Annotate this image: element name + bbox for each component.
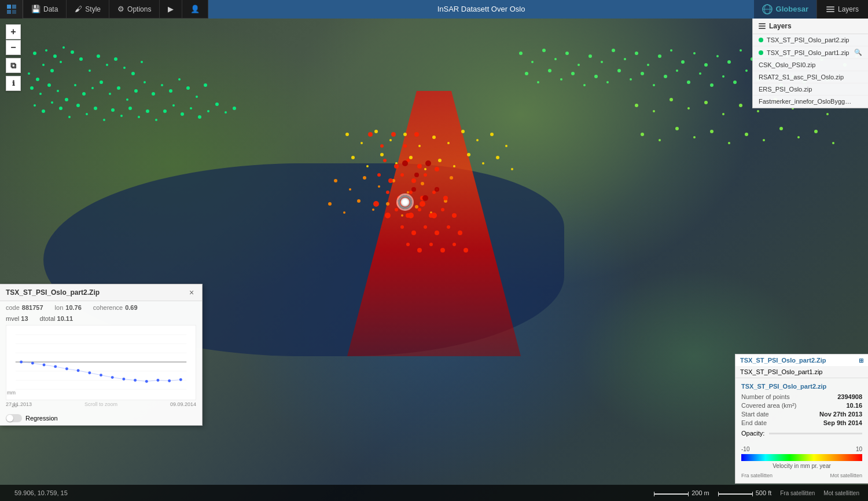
chart-x-start: 27.11.2013 xyxy=(6,401,32,407)
zoom-out-button[interactable]: − xyxy=(6,40,21,55)
layer-label-fastmerker: Fastmerker_innefor_OsloBygg… xyxy=(759,98,851,105)
layer-item-fastmerker[interactable]: Fastmerker_innefor_OsloBygg… xyxy=(753,96,868,108)
svg-rect-247 xyxy=(759,23,766,24)
chart-scroll-hint: Scroll to zoom xyxy=(84,401,117,407)
info-end-label: End date xyxy=(741,419,767,426)
info-layer-tabs: TSX_ST_PSI_Oslo_part2.Zip ⊞ TSX_ST_PSI_O… xyxy=(735,354,868,378)
layer-search-icon[interactable]: 🔍 xyxy=(854,49,862,56)
layer-item-csk[interactable]: CSK_Oslo_PSI0.zip xyxy=(753,59,868,71)
nav-options[interactable]: ⚙ Options xyxy=(109,0,160,19)
layers-panel: Layers TSX_ST_PSI_Oslo_part2.zip TSX_ST_… xyxy=(752,19,868,108)
info-row-start: Start date Nov 27th 2013 xyxy=(741,411,862,418)
direction-from: Fra satellitten xyxy=(741,473,773,478)
info-tab-tsx-part2[interactable]: TSX_ST_PSI_Oslo_part2.Zip ⊞ xyxy=(735,354,868,366)
color-bar-min: -10 xyxy=(741,446,749,452)
info-start-value: Nov 27th 2013 xyxy=(819,411,862,418)
layers-panel-title: Layers xyxy=(769,22,792,30)
regression-toggle[interactable]: Regression xyxy=(0,411,202,425)
scale-500ft-label: 500 ft xyxy=(756,489,772,496)
zoom-in-button[interactable]: + xyxy=(6,24,21,39)
layer-label-ers: ERS_PSI_Oslo.zip xyxy=(759,86,812,93)
chart-area[interactable]: -20-15-10-5 05101520 xyxy=(0,325,202,411)
color-bar-max: 10 xyxy=(856,446,862,452)
opacity-slider[interactable] xyxy=(769,433,862,434)
chart-container[interactable] xyxy=(6,325,196,400)
satellite-from-label: Fra satellitten xyxy=(780,490,815,496)
svg-rect-1 xyxy=(12,5,16,9)
nav-profile[interactable]: 👤 xyxy=(182,0,208,19)
info-button[interactable]: ℹ xyxy=(6,76,21,91)
nav-share[interactable]: ▶ xyxy=(160,0,182,19)
toggle-knob xyxy=(6,415,13,422)
direction-to: Mot satellitten xyxy=(830,473,862,478)
data-icon: 💾 xyxy=(31,5,41,13)
svg-rect-0 xyxy=(7,5,11,9)
chart-x-labels: 27.11.2013 Scroll to zoom 09.09.2014 xyxy=(6,400,196,408)
info-tab-label-tsx-part1: TSX_ST_PSI_Oslo_part1.zip xyxy=(740,368,822,375)
info-selected-layer: TSX_ST_PSI_Oslo_part2.zip xyxy=(741,383,862,390)
popup-lon-value: 10.76 xyxy=(65,304,82,311)
layer-item-tsx-part2[interactable]: TSX_ST_PSI_Oslo_part2.zip xyxy=(753,34,868,46)
layers-button[interactable]: Layers xyxy=(816,0,868,19)
point-popup: TSX_ST_PSI_Oslo_part2.Zip × code 881757 … xyxy=(0,284,203,426)
color-bar-labels: -10 10 xyxy=(741,446,862,452)
scale-bar-500ft: 500 ft xyxy=(718,489,772,496)
app-logo xyxy=(0,0,23,19)
popup-meta-row1: code 881757 lon 10.76 coherence 0.69 xyxy=(0,301,202,314)
info-opacity-row: Opacity: xyxy=(741,430,862,437)
selected-point-marker xyxy=(398,195,412,209)
regression-label: Regression xyxy=(25,415,58,422)
color-bar xyxy=(741,454,862,461)
info-panel: TSX_ST_PSI_Oslo_part2.Zip ⊞ TSX_ST_PSI_O… xyxy=(735,354,868,484)
info-area-label: Covered area (km²) xyxy=(741,402,796,409)
info-start-label: Start date xyxy=(741,411,769,418)
color-bar-title: Velocity in mm pr. year xyxy=(741,463,862,469)
layer-item-ers[interactable]: ERS_PSI_Oslo.zip xyxy=(753,83,868,96)
layer-dot-tsx-part1 xyxy=(759,50,763,55)
info-tab-tsx-part1[interactable]: TSX_ST_PSI_Oslo_part1.zip xyxy=(735,366,868,378)
options-icon: ⚙ xyxy=(117,5,124,13)
layer-item-tsx-part1[interactable]: TSX_ST_PSI_Oslo_part1.zip 🔍 xyxy=(753,46,868,59)
layer-label-rsat2: RSAT2_S1_asc_PSI_Oslo.zip xyxy=(759,74,844,81)
popup-mvel-value: 13 xyxy=(21,315,28,322)
chart-mm-label: mm xyxy=(7,390,16,396)
info-tab-expand-icon[interactable]: ⊞ xyxy=(859,357,863,364)
popup-coherence-value: 0.69 xyxy=(125,304,137,311)
layer-label-tsx-part1: TSX_ST_PSI_Oslo_part1.zip xyxy=(767,49,849,56)
svg-rect-3 xyxy=(12,10,16,14)
profile-icon: 👤 xyxy=(190,5,200,13)
nav-data[interactable]: 💾 Data xyxy=(23,0,67,19)
scale-bar-200m: 200 m xyxy=(651,489,709,496)
satellite-to-label: Mot satellitten xyxy=(823,490,859,496)
popup-code: code 881757 xyxy=(6,304,43,311)
brand-label: Globesar xyxy=(776,5,808,13)
layer-label-csk: CSK_Oslo_PSI0.zip xyxy=(759,61,815,68)
color-bar-container: -10 10 Velocity in mm pr. year Fra satel… xyxy=(735,441,868,483)
map-coordinates: 59.906, 10.759, 15 xyxy=(14,489,68,496)
chart-x-end: 09.09.2014 xyxy=(170,401,196,407)
popup-dtotal: dtotal 10.11 xyxy=(40,315,73,322)
layers-panel-header: Layers xyxy=(753,19,868,34)
popup-code-value: 881757 xyxy=(22,304,43,311)
popup-header: TSX_ST_PSI_Oslo_part2.Zip × xyxy=(0,284,202,301)
toggle-switch[interactable] xyxy=(6,414,22,422)
info-row-area: Covered area (km²) 10.16 xyxy=(741,402,862,409)
popup-mvel: mvel 13 xyxy=(6,315,28,322)
info-area-value: 10.16 xyxy=(846,402,862,409)
popup-lon: lon 10.76 xyxy=(55,304,82,311)
svg-rect-9 xyxy=(826,11,834,12)
info-points-value: 2394908 xyxy=(837,393,862,400)
info-points-label: Number of points xyxy=(741,393,790,400)
nav-style[interactable]: 🖌 Style xyxy=(67,0,109,19)
map-area[interactable]: + − ⧉ ℹ Layers TSX_ST_PSI_Oslo_part2.zip… xyxy=(0,19,868,501)
layer-item-rsat2[interactable]: RSAT2_S1_asc_PSI_Oslo.zip xyxy=(753,71,868,83)
center-tab-label: InSAR Datasett Over Oslo xyxy=(437,5,525,13)
layers-toggle-button[interactable]: ⧉ xyxy=(6,58,21,73)
popup-code-label: code xyxy=(6,304,20,311)
svg-rect-8 xyxy=(826,9,834,10)
info-opacity-label: Opacity: xyxy=(741,430,764,437)
svg-rect-249 xyxy=(759,28,766,29)
direction-labels: Fra satellitten Mot satellitten xyxy=(741,473,862,478)
info-end-value: Sep 9th 2014 xyxy=(823,419,862,426)
popup-close-button[interactable]: × xyxy=(187,288,196,297)
